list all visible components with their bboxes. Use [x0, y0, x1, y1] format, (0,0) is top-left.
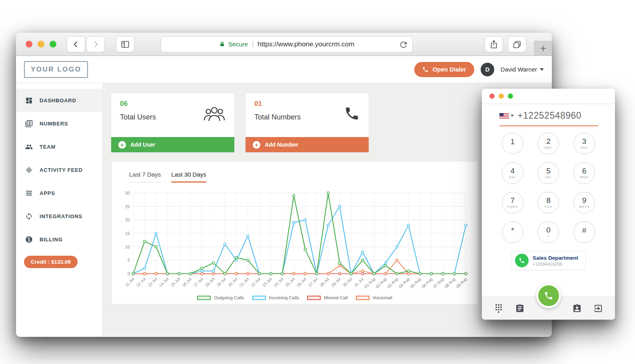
sidebar-item-label: DASHBOARD	[40, 97, 76, 103]
sidebar-item-apps[interactable]: APPS	[16, 181, 102, 205]
dialer-minimize-button[interactable]	[499, 93, 504, 99]
svg-text:23 Jul: 23 Jul	[261, 276, 272, 288]
sidebar-item-billing[interactable]: BILLING	[16, 228, 102, 251]
key-6[interactable]: 6MNO	[573, 162, 595, 184]
dialer-titlebar	[482, 89, 615, 104]
key-digit: 7	[511, 197, 515, 204]
legend-item-voicemail: Voicemail	[356, 295, 392, 300]
sidebar-item-integrations[interactable]: INTEGRATIONS	[16, 205, 102, 228]
team-icon	[25, 143, 33, 151]
dialed-number-input[interactable]: +12252548960	[517, 110, 581, 121]
avatar[interactable]: D	[481, 63, 494, 76]
svg-text:02 Aug: 02 Aug	[375, 276, 387, 289]
key-star[interactable]: *	[502, 221, 523, 243]
user-menu[interactable]: David Warner	[501, 66, 544, 73]
sidebar-item-numbers[interactable]: NUMBERS	[16, 112, 102, 135]
contact-suggestion[interactable]: Sales Department +12094415208	[511, 251, 586, 270]
key-digit: 5	[546, 167, 551, 175]
apps-icon	[25, 189, 33, 197]
svg-text:5: 5	[128, 258, 130, 263]
key-digit: 0	[546, 226, 551, 234]
plus-icon: +	[540, 42, 546, 55]
key-2[interactable]: 2ABC	[537, 133, 559, 154]
logout-icon[interactable]	[593, 304, 603, 313]
integrations-icon	[25, 213, 33, 220]
window-controls	[26, 41, 56, 48]
contacts-icon[interactable]	[572, 304, 582, 313]
new-tab-button[interactable]: +	[534, 41, 552, 56]
svg-text:31 Jul: 31 Jul	[353, 276, 364, 288]
key-1[interactable]: 1	[502, 133, 523, 154]
browser-window: Secure | https://www.phone.yourcrm.com	[16, 33, 552, 337]
legend-item-missed-call: Missed Call	[307, 295, 347, 300]
reload-icon[interactable]	[399, 40, 408, 50]
tab-last-30-days[interactable]: Last 30 Days	[171, 171, 206, 183]
close-window-button[interactable]	[26, 41, 32, 48]
key-5[interactable]: 5JKL	[537, 162, 559, 184]
legend-item-outgoing-calls: Outgoing Calls	[197, 295, 244, 300]
share-button[interactable]	[485, 36, 503, 52]
key-hash[interactable]: #	[573, 221, 595, 243]
country-selector[interactable]	[499, 113, 514, 119]
svg-text:13 Jul: 13 Jul	[146, 276, 158, 288]
dialer-zoom-button[interactable]	[508, 93, 513, 99]
browser-toolbar: Secure | https://www.phone.yourcrm.com	[16, 33, 552, 56]
legend-swatch	[356, 296, 369, 300]
call-button[interactable]	[536, 283, 561, 308]
key-digit: *	[511, 227, 514, 234]
sidebar-item-label: APPS	[40, 190, 55, 196]
call-log-icon[interactable]	[515, 304, 525, 313]
key-digit: #	[582, 227, 587, 234]
sidebar-item-label: TEAM	[40, 144, 56, 150]
lock-icon	[219, 41, 225, 48]
credit-badge: Credit : $133.09	[24, 256, 78, 268]
sidebar-toggle-button[interactable]	[116, 36, 134, 52]
url-separator: |	[252, 40, 254, 48]
key-digit: 9	[582, 197, 587, 204]
back-button[interactable]	[67, 36, 85, 52]
phone-icon	[422, 66, 429, 73]
svg-text:06 Aug: 06 Aug	[421, 276, 433, 289]
stat-value: 06	[120, 100, 156, 108]
key-letters: ABC	[545, 146, 552, 149]
sidebar-item-label: ACTIVITY FEED	[40, 167, 83, 173]
key-digit: 8	[546, 197, 551, 204]
open-dialer-button[interactable]: Open Dialer	[414, 62, 474, 77]
svg-text:10: 10	[125, 245, 130, 249]
minimize-window-button[interactable]	[38, 41, 44, 48]
forward-button[interactable]	[86, 36, 105, 52]
tab-last-7-days[interactable]: Last 7 Days	[129, 171, 161, 183]
key-digit: 3	[582, 137, 587, 145]
key-9[interactable]: 9WXYZ	[573, 192, 595, 213]
plus-circle-icon: +	[253, 141, 260, 149]
key-3[interactable]: 3DEF	[573, 133, 595, 154]
calls-chart: 05101520253011 Jul12 Jul13 Jul14 Jul15 J…	[112, 183, 478, 295]
svg-text:14 Jul: 14 Jul	[158, 276, 169, 288]
plus-circle-icon: +	[118, 141, 126, 149]
key-4[interactable]: 4GHI	[502, 162, 523, 184]
user-name: David Warner	[501, 66, 537, 73]
chevron-down-icon	[511, 115, 514, 117]
sidebar-item-activity-feed[interactable]: ACTIVITY FEED	[16, 158, 102, 181]
add-number-button[interactable]: + Add Number	[246, 137, 369, 152]
add-user-button[interactable]: + Add User	[111, 137, 234, 152]
svg-text:12 Jul: 12 Jul	[135, 276, 146, 288]
tabs-overview-button[interactable]	[508, 36, 526, 52]
numbers-icon	[25, 120, 33, 127]
zoom-window-button[interactable]	[50, 41, 56, 48]
contact-number: +12094415208	[533, 262, 578, 267]
billing-icon	[25, 236, 33, 243]
dialer-close-button[interactable]	[489, 93, 495, 99]
address-bar[interactable]: Secure | https://www.phone.yourcrm.com	[161, 36, 413, 52]
key-8[interactable]: 8TUV	[537, 192, 559, 213]
sidebar-item-team[interactable]: TEAM	[16, 135, 102, 158]
us-flag-icon	[499, 113, 509, 119]
dialpad-icon[interactable]	[494, 304, 503, 313]
chevron-right-icon	[92, 40, 100, 48]
users-group-icon	[203, 105, 226, 122]
key-7[interactable]: 7PQRS	[502, 192, 523, 213]
key-0[interactable]: 0+	[537, 221, 559, 243]
secure-label: Secure	[228, 41, 248, 48]
svg-text:24 Jul: 24 Jul	[273, 276, 284, 288]
sidebar-item-dashboard[interactable]: DASHBOARD	[16, 89, 102, 112]
